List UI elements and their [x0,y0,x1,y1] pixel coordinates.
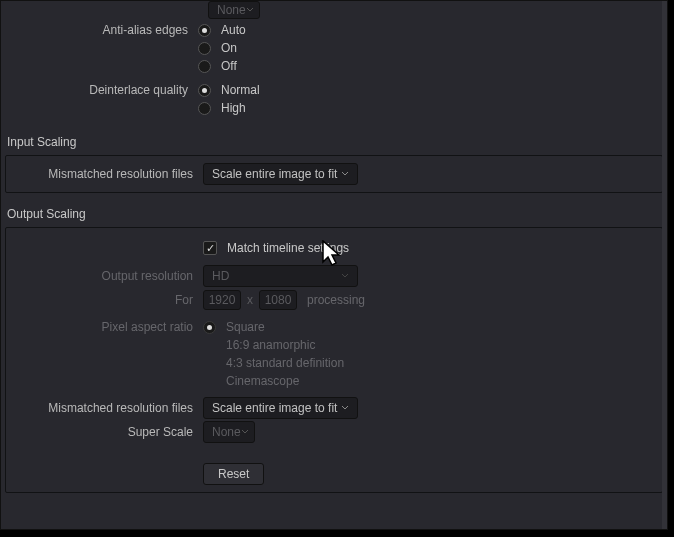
radio-icon [198,102,211,115]
input-mismatch-select[interactable]: Scale entire image to fit [203,163,358,185]
radio-icon [198,84,211,97]
output-mismatch-label: Mismatched resolution files [6,401,203,415]
par-43-label: 4:3 standard definition [226,356,344,370]
height-field: 1080 [259,290,297,310]
anti-alias-on[interactable]: On [1,39,667,57]
par-169: 16:9 anamorphic [6,336,662,354]
anti-alias-off-label: Off [221,59,237,73]
output-resolution-select: HD [203,265,358,287]
reset-button[interactable]: Reset [203,463,264,485]
par-169-label: 16:9 anamorphic [226,338,315,352]
top-none-select[interactable]: None [208,1,260,19]
top-none-value: None [217,3,246,17]
processing-text: processing [307,293,365,307]
input-mismatch-label: Mismatched resolution files [6,167,203,181]
radio-icon [198,60,211,73]
chevron-down-icon [341,170,349,178]
deinterlace-normal-label: Normal [221,83,260,97]
radio-icon [198,42,211,55]
par-cinemascope-label: Cinemascope [226,374,299,388]
chevron-down-icon [241,428,249,436]
output-scaling-section: Match timeline settings Output resolutio… [5,227,663,493]
anti-alias-label: Anti-alias edges [1,23,198,37]
radio-icon [198,24,211,37]
scrollbar-track[interactable] [662,1,667,529]
output-scaling-header: Output Scaling [1,203,667,225]
chevron-down-icon [341,404,349,412]
anti-alias-off[interactable]: Off [1,57,667,75]
input-scaling-header: Input Scaling [1,131,667,153]
output-mismatch-value: Scale entire image to fit [212,401,337,415]
input-scaling-section: Mismatched resolution files Scale entire… [5,155,663,193]
anti-alias-auto[interactable]: Anti-alias edges Auto [1,21,667,39]
x-separator: x [247,293,253,307]
par-43: 4:3 standard definition [6,354,662,372]
super-scale-label: Super Scale [6,425,203,439]
reset-label: Reset [218,467,249,481]
chevron-down-icon [246,6,254,14]
match-timeline-label: Match timeline settings [227,241,349,255]
super-scale-select[interactable]: None [203,421,255,443]
par-square: Pixel aspect ratio Square [6,318,662,336]
deinterlace-normal[interactable]: Deinterlace quality Normal [1,81,667,99]
par-square-label: Square [226,320,265,334]
checkbox-icon [203,241,217,255]
radio-icon [203,321,216,334]
deinterlace-high-label: High [221,101,246,115]
par-label: Pixel aspect ratio [6,320,203,334]
deinterlace-high[interactable]: High [1,99,667,117]
output-mismatch-select[interactable]: Scale entire image to fit [203,397,358,419]
output-resolution-label: Output resolution [6,269,203,283]
input-mismatch-value: Scale entire image to fit [212,167,337,181]
deinterlace-label: Deinterlace quality [1,83,198,97]
match-timeline-row[interactable]: Match timeline settings [6,238,662,258]
par-cinemascope: Cinemascope [6,372,662,390]
output-resolution-value: HD [212,269,229,283]
chevron-down-icon [341,272,349,280]
super-scale-value: None [212,425,241,439]
for-label: For [6,293,203,307]
anti-alias-auto-label: Auto [221,23,246,37]
width-field: 1920 [203,290,241,310]
anti-alias-on-label: On [221,41,237,55]
